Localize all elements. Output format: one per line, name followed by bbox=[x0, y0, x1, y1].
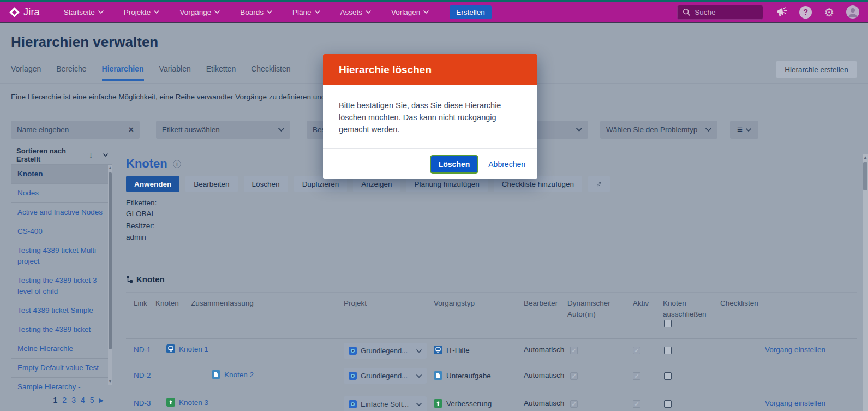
page-2[interactable]: 2 bbox=[62, 396, 67, 404]
chevron-down-icon bbox=[267, 10, 272, 14]
table-row: ND-1 Knoten 1 Grundlegend... IT-Hilfe Au… bbox=[126, 338, 857, 362]
announcements-icon[interactable] bbox=[775, 7, 787, 17]
list-item-knoten[interactable]: Knoten bbox=[11, 165, 112, 184]
project-select[interactable]: Einfache Soft... bbox=[344, 396, 427, 411]
list-item-3-level[interactable]: Testing the 4389 ticket 3 level of child bbox=[11, 271, 112, 301]
confirm-delete-button[interactable]: Löschen bbox=[431, 156, 478, 172]
search-input[interactable] bbox=[695, 8, 755, 16]
issue-key-link[interactable]: ND-3 bbox=[134, 399, 151, 407]
tab-bereiche[interactable]: Bereiche bbox=[56, 64, 86, 81]
active-checkbox[interactable]: ✓ bbox=[633, 347, 640, 354]
page-3[interactable]: 3 bbox=[71, 396, 76, 404]
name-filter-input[interactable] bbox=[17, 126, 124, 134]
jira-mark-icon bbox=[9, 7, 20, 18]
assignee-cell: Automatisch bbox=[524, 371, 564, 379]
sidebar-scrollbar-thumb[interactable] bbox=[109, 172, 112, 349]
list-item-simple[interactable]: Test 4389 ticket Simple bbox=[11, 301, 112, 320]
user-avatar[interactable] bbox=[846, 5, 859, 19]
clear-icon[interactable]: × bbox=[129, 125, 134, 135]
assignee-cell: Automatisch bbox=[524, 399, 564, 407]
issue-key-link[interactable]: ND-2 bbox=[134, 371, 151, 379]
col-summary: Zusammenfassung bbox=[191, 298, 254, 309]
page-4[interactable]: 4 bbox=[81, 396, 85, 404]
exclude-checkbox[interactable] bbox=[664, 372, 672, 380]
exclude-all-checkbox[interactable] bbox=[664, 320, 672, 327]
nav-boards[interactable]: Boards bbox=[240, 8, 272, 16]
link-button[interactable] bbox=[588, 176, 610, 192]
delete-button[interactable]: Löschen bbox=[244, 176, 288, 192]
list-item-active-inactive[interactable]: Active and Inactive Nodes bbox=[11, 203, 112, 222]
scroll-up-icon[interactable]: ▲ bbox=[863, 156, 867, 160]
node-link[interactable]: Knoten 3 bbox=[179, 398, 208, 407]
exclude-checkbox[interactable] bbox=[664, 347, 672, 354]
page-scrollbar-thumb[interactable] bbox=[863, 162, 867, 190]
page-scrollbar[interactable] bbox=[863, 154, 868, 411]
tab-variablen[interactable]: Variablen bbox=[159, 64, 191, 81]
page-5[interactable]: 5 bbox=[90, 396, 94, 404]
chevron-down-icon bbox=[416, 349, 422, 353]
dialog-header: Hierarchie löschen bbox=[323, 54, 537, 85]
edit-button[interactable]: Bearbeiten bbox=[185, 176, 237, 192]
set-issue-link[interactable]: Vorgang einstellen bbox=[765, 399, 825, 407]
dialog-message: Bitte bestätigen Sie, dass Sie diese Hie… bbox=[323, 85, 537, 148]
node-summary: Knoten 1 bbox=[166, 344, 208, 353]
node-link[interactable]: Knoten 2 bbox=[224, 371, 254, 379]
global-search[interactable] bbox=[677, 5, 763, 20]
chevron-down-icon[interactable] bbox=[103, 153, 108, 157]
list-item-4389[interactable]: Testing the 4389 ticket bbox=[11, 320, 112, 339]
improvement-icon bbox=[166, 398, 175, 407]
sort-direction-icon[interactable]: ↓ bbox=[89, 151, 93, 159]
create-hierarchy-button[interactable]: Hierarchie erstellen bbox=[776, 61, 857, 78]
assignee-cell: Automatisch bbox=[524, 346, 564, 354]
project-select[interactable]: Grundlegend... bbox=[344, 343, 427, 359]
list-item-multi-project[interactable]: Testing 4389 ticket Multi project bbox=[11, 241, 112, 271]
page-1[interactable]: 1 bbox=[53, 396, 58, 404]
page-tabs: Vorlagen Bereiche Hierarchien Variablen … bbox=[11, 64, 291, 81]
col-project: Projekt bbox=[344, 298, 367, 309]
tab-hierarchien[interactable]: Hierarchien bbox=[102, 64, 144, 81]
scroll-down-icon[interactable]: ▼ bbox=[108, 379, 112, 384]
label-filter-dropdown[interactable]: Etikett auswählen bbox=[156, 121, 290, 139]
list-item-nodes[interactable]: Nodes bbox=[11, 184, 112, 203]
filter-menu-button[interactable]: ≡ bbox=[730, 121, 758, 139]
apply-button[interactable]: Anwenden bbox=[126, 176, 179, 192]
jira-logo[interactable]: Jira bbox=[9, 7, 40, 18]
link-icon bbox=[596, 180, 602, 189]
nav-vorgaenge[interactable]: Vorgänge bbox=[179, 8, 220, 16]
settings-gear-icon[interactable]: ⚙ bbox=[824, 7, 834, 18]
next-page-icon[interactable]: ▶ bbox=[99, 397, 104, 404]
issuetype-filter-dropdown[interactable]: Wählen Sie den Problemtyp bbox=[600, 121, 717, 139]
tab-etiketten[interactable]: Etiketten bbox=[206, 64, 236, 81]
nav-vorlagen[interactable]: Vorlagen bbox=[391, 8, 429, 16]
owner-value: admin bbox=[126, 233, 146, 241]
project-select[interactable]: Grundlegend... bbox=[344, 368, 427, 384]
list-item-empty-default[interactable]: Empty Default value Test bbox=[11, 359, 112, 378]
list-item-cs400[interactable]: CS-400 bbox=[11, 222, 112, 241]
dialog-footer: Löschen Abbrechen bbox=[323, 148, 537, 179]
name-filter[interactable]: × bbox=[11, 121, 140, 139]
nav-projekte[interactable]: Projekte bbox=[124, 8, 160, 16]
dynamic-author-checkbox[interactable]: ✓ bbox=[570, 400, 578, 408]
list-item-meine[interactable]: Meine Hierarchie bbox=[11, 339, 112, 359]
nav-plaene[interactable]: Pläne bbox=[292, 8, 320, 16]
sort-header[interactable]: Sortieren nach Erstellt ↓ bbox=[11, 146, 112, 165]
active-checkbox[interactable]: ✓ bbox=[633, 400, 640, 408]
active-checkbox[interactable]: ✓ bbox=[633, 372, 640, 380]
cancel-button[interactable]: Abbrechen bbox=[488, 160, 525, 169]
dynamic-author-checkbox[interactable]: ✓ bbox=[570, 372, 578, 380]
tab-vorlagen[interactable]: Vorlagen bbox=[11, 64, 41, 81]
help-icon[interactable]: ? bbox=[799, 6, 812, 19]
exclude-checkbox[interactable] bbox=[664, 400, 672, 408]
search-icon bbox=[683, 8, 690, 16]
set-issue-link[interactable]: Vorgang einstellen bbox=[765, 346, 825, 354]
info-icon[interactable]: i bbox=[173, 160, 181, 168]
tab-checklisten[interactable]: Checklisten bbox=[251, 64, 290, 81]
nav-assets[interactable]: Assets bbox=[340, 8, 372, 16]
scroll-up-icon[interactable]: ▲ bbox=[108, 166, 112, 170]
issue-key-link[interactable]: ND-1 bbox=[134, 346, 151, 354]
create-issue-button[interactable]: Erstellen bbox=[450, 5, 492, 19]
dynamic-author-checkbox[interactable]: ✓ bbox=[570, 347, 578, 354]
node-link[interactable]: Knoten 1 bbox=[179, 345, 208, 353]
nav-startseite[interactable]: Startseite bbox=[64, 8, 104, 16]
chevron-down-icon bbox=[98, 10, 104, 14]
